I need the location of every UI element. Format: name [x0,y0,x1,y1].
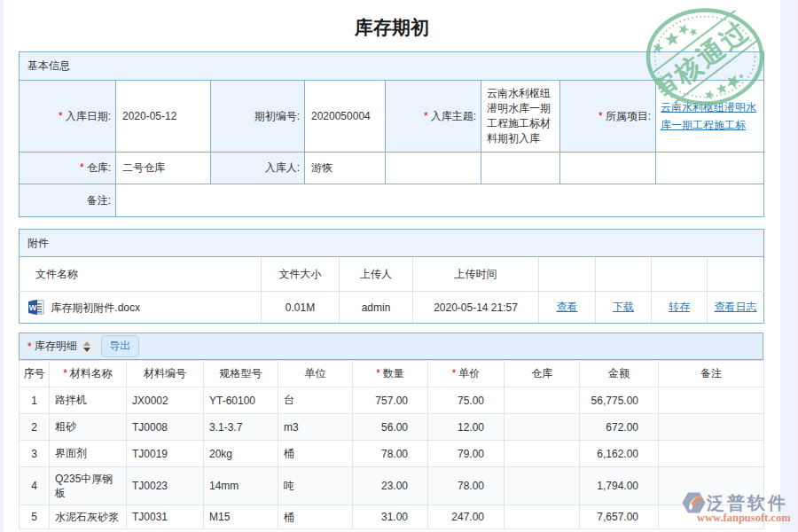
svg-text:W: W [29,303,37,312]
